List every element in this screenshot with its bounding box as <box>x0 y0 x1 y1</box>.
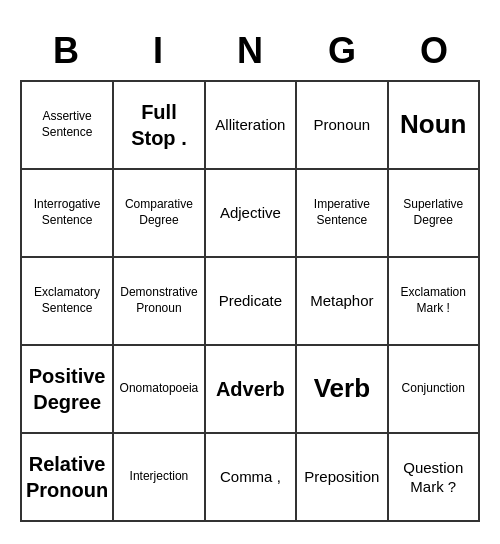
bingo-cell: Metaphor <box>297 258 388 346</box>
bingo-cell: Positive Degree <box>22 346 114 434</box>
header-letter: O <box>388 22 480 80</box>
cell-text: Pronoun <box>313 115 370 135</box>
header-letter: B <box>20 22 112 80</box>
bingo-cell: Alliteration <box>206 82 297 170</box>
bingo-card: BINGO Assertive SentenceFull Stop .Allit… <box>10 12 490 532</box>
cell-text: Interrogative Sentence <box>26 197 108 228</box>
bingo-cell: Preposition <box>297 434 388 522</box>
cell-text: Predicate <box>219 291 282 311</box>
bingo-cell: Onomatopoeia <box>114 346 205 434</box>
cell-text: Assertive Sentence <box>26 109 108 140</box>
cell-text: Comma , <box>220 467 281 487</box>
cell-text: Alliteration <box>215 115 285 135</box>
cell-text: Exclamatory Sentence <box>26 285 108 316</box>
bingo-cell: Assertive Sentence <box>22 82 114 170</box>
bingo-cell: Superlative Degree <box>389 170 480 258</box>
bingo-cell: Demonstrative Pronoun <box>114 258 205 346</box>
cell-text: Interjection <box>130 469 189 485</box>
bingo-cell: Comma , <box>206 434 297 522</box>
cell-text: Superlative Degree <box>393 197 474 228</box>
cell-text: Comparative Degree <box>118 197 199 228</box>
bingo-cell: Exclamation Mark ! <box>389 258 480 346</box>
cell-text: Full Stop . <box>118 99 199 151</box>
bingo-cell: Interjection <box>114 434 205 522</box>
header-letter: N <box>204 22 296 80</box>
cell-text: Verb <box>314 372 370 406</box>
bingo-cell: Imperative Sentence <box>297 170 388 258</box>
bingo-header: BINGO <box>20 22 480 80</box>
bingo-cell: Predicate <box>206 258 297 346</box>
bingo-cell: Interrogative Sentence <box>22 170 114 258</box>
cell-text: Exclamation Mark ! <box>393 285 474 316</box>
cell-text: Relative Pronoun <box>26 451 108 503</box>
cell-text: Demonstrative Pronoun <box>118 285 199 316</box>
bingo-cell: Adjective <box>206 170 297 258</box>
cell-text: Question Mark ? <box>393 458 474 497</box>
bingo-cell: Pronoun <box>297 82 388 170</box>
cell-text: Preposition <box>304 467 379 487</box>
bingo-cell: Comparative Degree <box>114 170 205 258</box>
bingo-cell: Full Stop . <box>114 82 205 170</box>
bingo-cell: Conjunction <box>389 346 480 434</box>
bingo-cell: Noun <box>389 82 480 170</box>
cell-text: Positive Degree <box>26 363 108 415</box>
bingo-cell: Relative Pronoun <box>22 434 114 522</box>
bingo-cell: Exclamatory Sentence <box>22 258 114 346</box>
cell-text: Noun <box>400 108 466 142</box>
cell-text: Imperative Sentence <box>301 197 382 228</box>
cell-text: Adverb <box>216 376 285 402</box>
cell-text: Onomatopoeia <box>120 381 199 397</box>
cell-text: Adjective <box>220 203 281 223</box>
cell-text: Conjunction <box>402 381 465 397</box>
header-letter: I <box>112 22 204 80</box>
header-letter: G <box>296 22 388 80</box>
bingo-cell: Adverb <box>206 346 297 434</box>
cell-text: Metaphor <box>310 291 373 311</box>
bingo-cell: Question Mark ? <box>389 434 480 522</box>
bingo-grid: Assertive SentenceFull Stop .Alliteratio… <box>20 80 480 522</box>
bingo-cell: Verb <box>297 346 388 434</box>
